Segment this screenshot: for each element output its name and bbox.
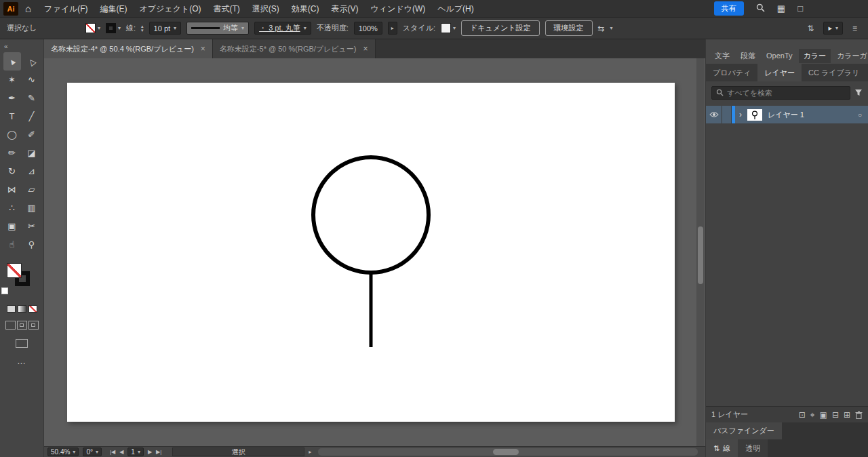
tab-opentype[interactable]: OpenTy: [762, 49, 797, 62]
visibility-icon[interactable]: [706, 106, 722, 123]
menu-edit[interactable]: 編集(E): [94, 0, 134, 18]
horizontal-scrollbar-thumb[interactable]: [493, 449, 519, 455]
menu-type[interactable]: 書式(T): [208, 0, 246, 18]
new-sublayer-icon[interactable]: ⊟: [832, 410, 839, 420]
stroke-color-combo[interactable]: ▾: [106, 23, 121, 33]
preferences-button[interactable]: 環境設定: [545, 20, 593, 36]
artboard[interactable]: [67, 83, 675, 422]
opacity-options-button[interactable]: ▸: [388, 22, 397, 35]
graph-tool[interactable]: ▥: [23, 199, 41, 217]
menu-object[interactable]: オブジェクト(O): [134, 0, 208, 18]
status-expand-icon[interactable]: ▸: [309, 449, 311, 455]
new-layer-icon[interactable]: ⊞: [844, 410, 850, 420]
menu-view[interactable]: 表示(V): [326, 0, 365, 18]
horizontal-scrollbar[interactable]: [318, 448, 698, 456]
fill-color-combo[interactable]: ▾: [85, 23, 100, 33]
pen-tool[interactable]: ✒: [3, 89, 21, 107]
fill-swatch[interactable]: [7, 263, 22, 278]
stepper-down-icon[interactable]: ▾: [141, 28, 144, 33]
menu-file[interactable]: ファイル(F): [38, 0, 94, 18]
close-tab-icon[interactable]: ×: [201, 44, 205, 54]
artboard-tool[interactable]: ▣: [3, 217, 21, 235]
tab-transparency[interactable]: 透明: [738, 439, 768, 457]
tab-cc-libraries[interactable]: CC ライブラリ: [802, 64, 866, 81]
tab-stroke[interactable]: ⇅ 線: [706, 439, 738, 457]
default-fill-stroke-icon[interactable]: [1, 287, 8, 294]
panel-dock-combo[interactable]: ▸ ▾: [823, 22, 843, 35]
last-artboard-icon[interactable]: ▶|: [156, 449, 161, 455]
menu-help[interactable]: ヘルプ(H): [431, 0, 480, 18]
menu-effect[interactable]: 効果(C): [285, 0, 326, 18]
scale-tool[interactable]: ⊿: [23, 162, 41, 180]
selection-tool[interactable]: ▲: [3, 52, 21, 71]
slice-tool[interactable]: ✂: [23, 217, 41, 235]
stroke-width-stepper[interactable]: ▴ ▾: [141, 24, 144, 33]
locate-object-icon[interactable]: ⌖: [810, 410, 815, 420]
layer-name[interactable]: レイヤー 1: [764, 110, 852, 120]
screen-mode-icon[interactable]: [16, 339, 28, 348]
line-segment-tool[interactable]: ╱: [23, 107, 41, 125]
app-logo[interactable]: Ai: [3, 2, 18, 16]
rotate-tool[interactable]: ↻: [3, 162, 21, 180]
draw-normal-icon[interactable]: [5, 321, 16, 330]
none-button[interactable]: [28, 305, 37, 313]
layers-search-box[interactable]: [711, 86, 850, 100]
vertical-scrollbar-thumb[interactable]: [698, 226, 703, 284]
stroke-width-combo[interactable]: 10 pt ▾: [149, 22, 181, 35]
tab-character[interactable]: 文字: [710, 49, 734, 63]
tab-paragraph[interactable]: 段落: [736, 49, 760, 63]
brush-combo[interactable]: ・ 3 pt. 丸筆 ▾: [254, 22, 311, 35]
tab-color[interactable]: カラー: [799, 49, 831, 63]
opacity-combo[interactable]: 100%: [354, 22, 382, 35]
tab-color-guide[interactable]: カラーガ: [832, 49, 868, 63]
artwork-layer[interactable]: [67, 83, 675, 422]
layers-search-input[interactable]: [727, 89, 846, 97]
paintbrush-tool[interactable]: ✐: [23, 125, 41, 144]
previous-artboard-icon[interactable]: ◀: [119, 449, 123, 455]
menu-window[interactable]: ウィンドウ(W): [365, 0, 432, 18]
first-artboard-icon[interactable]: |◀: [110, 449, 115, 455]
rotation-combo[interactable]: 0° ▾: [83, 448, 102, 456]
expand-layer-icon[interactable]: ›: [735, 110, 746, 119]
zoom-combo[interactable]: 50.4% ▾: [47, 448, 79, 456]
gather-windows-icon[interactable]: ⇅: [807, 24, 814, 33]
tab-pathfinder[interactable]: パスファインダー: [706, 422, 782, 439]
tab-properties[interactable]: プロパティ: [706, 64, 757, 81]
style-combo[interactable]: ▾: [441, 23, 456, 33]
magic-wand-tool[interactable]: ✶: [3, 71, 21, 89]
lasso-tool[interactable]: ∿: [23, 71, 41, 89]
layer-thumbnail[interactable]: [746, 109, 764, 121]
color-button[interactable]: [7, 305, 16, 313]
clip-mask-icon[interactable]: ▣: [820, 410, 827, 420]
ellipse-tool[interactable]: ◯: [3, 125, 21, 144]
layer-row[interactable]: › レイヤー 1 ○: [706, 106, 868, 123]
gradient-button[interactable]: [18, 305, 26, 313]
filter-icon[interactable]: [854, 89, 863, 98]
share-button[interactable]: 共有: [714, 1, 744, 16]
vertical-scrollbar[interactable]: [696, 58, 705, 446]
eraser-tool[interactable]: ◪: [23, 144, 41, 162]
menu-select[interactable]: 選択(S): [246, 0, 285, 18]
collect-export-icon[interactable]: ⊡: [799, 410, 806, 420]
draw-inside-icon[interactable]: [28, 321, 39, 330]
canvas-area[interactable]: [44, 58, 705, 446]
next-artboard-icon[interactable]: ▶: [148, 449, 152, 455]
document-tab-1[interactable]: 名称未設定-4* @ 50.4 %(RGB/プレビュー) ×: [44, 39, 213, 58]
type-tool[interactable]: T: [3, 107, 21, 125]
draw-behind-icon[interactable]: [17, 321, 27, 330]
target-icon[interactable]: ○: [852, 111, 868, 119]
zoom-tool[interactable]: ⚲: [23, 235, 41, 254]
arrange-documents-icon[interactable]: ▦: [777, 3, 785, 14]
align-icon[interactable]: ⇆: [598, 24, 605, 33]
width-tool[interactable]: ⋈: [3, 180, 21, 199]
collapse-tools-icon[interactable]: «: [0, 39, 43, 52]
direct-selection-tool[interactable]: △: [23, 52, 41, 71]
hand-tool[interactable]: ☝: [3, 235, 21, 254]
home-icon[interactable]: ⌂: [25, 3, 31, 14]
search-icon[interactable]: [756, 3, 765, 14]
edit-toolbar-icon[interactable]: …: [0, 356, 43, 366]
document-setup-button[interactable]: ドキュメント設定: [461, 20, 540, 36]
control-panel-menu-icon[interactable]: ≡: [852, 24, 857, 33]
workspace-icon[interactable]: □: [797, 3, 803, 14]
symbol-sprayer-tool[interactable]: ∴: [3, 199, 21, 217]
